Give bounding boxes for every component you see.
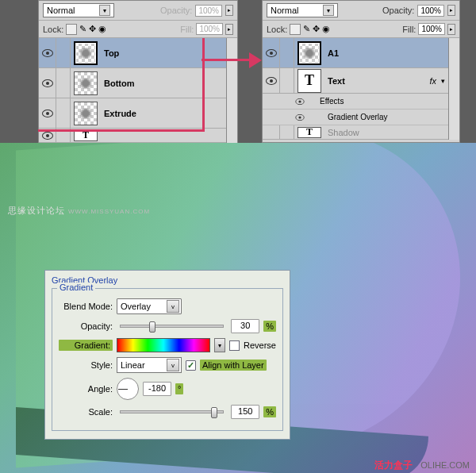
deg-label: °	[175, 383, 183, 394]
layer-name: A1	[324, 48, 339, 58]
layers-panel-right: Normal ▾ Opacity: 100% ▸ Lock: ✎ ✥ ◉ Fil…	[262, 0, 460, 143]
layer-name: Bottom	[101, 79, 135, 88]
lock-all-icon[interactable]: ◉	[98, 24, 106, 34]
reverse-checkbox[interactable]	[229, 340, 240, 351]
blend-mode-value: Normal	[47, 6, 75, 15]
reverse-label: Reverse	[244, 340, 276, 350]
fill-label: Fill:	[180, 25, 194, 34]
layer-row-extrude[interactable]: Extrude	[39, 98, 226, 129]
layer-row-a1[interactable]: A1	[263, 38, 448, 68]
layer-thumbnail[interactable]	[74, 102, 98, 125]
layer-thumbnail[interactable]: T	[74, 130, 98, 141]
blend-mode-select[interactable]: Normal ▾	[267, 3, 338, 17]
lock-brush-icon[interactable]: ✎	[303, 24, 310, 34]
watermark-missyuan: 思缘设计论坛WWW.MISSYUAN.COM	[8, 205, 150, 217]
visibility-eye-icon[interactable]	[295, 98, 304, 105]
opacity-value[interactable]: 100%	[417, 5, 444, 17]
layer-thumbnail[interactable]: T	[298, 127, 321, 138]
link-col	[56, 68, 71, 98]
angle-input[interactable]: -180	[143, 382, 171, 396]
link-col	[56, 38, 71, 67]
fx-badge[interactable]: fx	[429, 76, 436, 86]
fill-label: Fill:	[402, 25, 416, 34]
link-col	[56, 129, 71, 142]
opacity-value: 100%	[195, 5, 222, 17]
fieldset-legend: Gradient	[57, 283, 95, 292]
blend-row-right: Normal ▾ Opacity: 100% ▸	[263, 1, 459, 21]
gradient-overlay-row[interactable]: Gradient Overlay	[263, 110, 448, 125]
layer-row-shadow-cut[interactable]: T Shadow	[263, 125, 448, 140]
opacity-slider[interactable]	[120, 325, 224, 328]
gradient-overlay-label: Gradient Overlay	[328, 113, 388, 121]
opacity-flyout-icon[interactable]: ▸	[447, 5, 455, 16]
layer-name: Text	[324, 76, 345, 86]
visibility-eye-icon[interactable]	[266, 49, 277, 57]
link-col	[280, 38, 294, 67]
lock-brush-icon[interactable]: ✎	[79, 24, 86, 34]
layer-row-text-cut[interactable]: T	[39, 129, 226, 143]
fill-value: 100%	[196, 23, 223, 35]
opacity-label: Opacity:	[59, 321, 113, 331]
blend-mode-label: Blend Mode:	[59, 302, 113, 311]
lock-move-icon[interactable]: ✥	[89, 24, 96, 34]
layer-row-top[interactable]: Top	[39, 38, 226, 68]
visibility-eye-icon[interactable]	[42, 49, 53, 57]
pct-label: %	[263, 321, 276, 332]
align-checkbox[interactable]: ✓	[186, 360, 196, 371]
blend-mode-select[interactable]: Overlay v	[117, 298, 182, 314]
lock-row-left: Lock: ✎ ✥ ◉ Fill: 100% ▸	[39, 21, 237, 38]
lock-all-icon[interactable]: ◉	[322, 24, 330, 34]
fill-value[interactable]: 100%	[418, 23, 445, 35]
angle-dial[interactable]	[117, 378, 139, 400]
visibility-eye-icon[interactable]	[42, 132, 53, 140]
style-label: Style:	[59, 360, 113, 370]
opacity-label: Opacity:	[382, 6, 414, 15]
lock-transparency-icon[interactable]	[66, 24, 77, 35]
opacity-input[interactable]: 30	[231, 319, 259, 333]
effects-row[interactable]: Effects	[263, 94, 448, 110]
scale-slider[interactable]	[120, 410, 224, 413]
layer-row-bottom[interactable]: Bottom	[39, 68, 226, 98]
layer-thumbnail[interactable]: T	[298, 69, 321, 93]
blend-row-left: Normal ▾ Opacity: 100% ▸	[39, 1, 237, 21]
chevron-down-icon: ▾	[323, 5, 334, 16]
chevron-down-icon: ▾	[99, 5, 110, 16]
gradient-label: Gradient:	[59, 340, 113, 351]
gradient-overlay-dialog: Gradient Overlay Gradient Blend Mode: Ov…	[44, 270, 290, 440]
scale-label: Scale:	[59, 407, 113, 417]
angle-label: Angle:	[59, 384, 113, 394]
link-col	[280, 68, 294, 93]
link-col	[56, 98, 71, 128]
scrollbar[interactable]	[448, 38, 459, 140]
visibility-eye-icon[interactable]	[42, 79, 53, 87]
gradient-picker-button[interactable]: ▾	[214, 338, 225, 352]
watermark-olihe: 活力盒子OLIHE.COM	[374, 459, 470, 472]
chevron-down-icon: v	[167, 300, 179, 313]
fx-chevron-icon[interactable]: ▾	[441, 77, 445, 85]
visibility-eye-icon[interactable]	[295, 114, 304, 121]
chevron-down-icon: v	[167, 359, 179, 371]
lock-move-icon[interactable]: ✥	[313, 24, 320, 34]
tutorial-arrow	[202, 49, 265, 73]
layer-name: Shadow	[324, 128, 359, 137]
lock-label: Lock:	[267, 25, 287, 34]
layer-thumbnail[interactable]	[74, 71, 98, 95]
scale-input[interactable]: 150	[231, 405, 259, 419]
blend-mode-value: Normal	[271, 6, 298, 15]
pct-label: %	[263, 406, 276, 417]
gradient-preview[interactable]	[117, 338, 210, 352]
fill-flyout-icon: ▸	[225, 24, 233, 35]
visibility-eye-icon[interactable]	[266, 77, 277, 85]
fill-flyout-icon[interactable]: ▸	[447, 24, 455, 35]
opacity-label: Opacity:	[160, 6, 192, 15]
align-label: Align with Layer	[200, 360, 267, 371]
effects-label: Effects	[320, 97, 344, 106]
blend-mode-value: Overlay	[121, 302, 151, 311]
layer-row-text[interactable]: T Text fx ▾	[263, 68, 448, 94]
lock-transparency-icon[interactable]	[290, 24, 301, 35]
style-select[interactable]: Linear v	[117, 357, 182, 373]
blend-mode-select[interactable]: Normal ▾	[43, 3, 114, 17]
visibility-eye-icon[interactable]	[42, 110, 53, 117]
layer-thumbnail[interactable]	[74, 41, 98, 65]
layer-thumbnail[interactable]	[298, 41, 321, 65]
